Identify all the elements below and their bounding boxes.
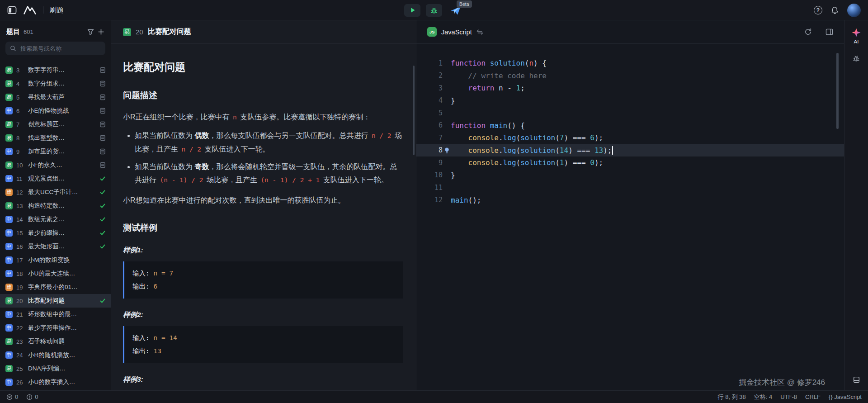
error-count[interactable]: 0 [6,394,18,400]
code-text: main(); [451,196,481,204]
topbar: 刷题 Beta ? [0,0,868,20]
problem-list-item[interactable]: 易20比赛配对问题 [0,294,111,308]
code-line[interactable]: 6function main() { [416,119,844,132]
search-input[interactable] [19,45,101,52]
problem-list-item[interactable]: 中15最少前缀操… [0,226,111,240]
add-plus-icon[interactable] [98,28,104,35]
switch-language-icon[interactable] [476,29,483,35]
difficulty-badge: 中 [5,148,13,155]
code-line[interactable]: 1function solution(n) { [416,57,844,70]
problem-list-item[interactable]: 易23石子移动问题 [0,335,111,348]
indent-setting[interactable]: 空格: 4 [754,393,772,401]
reset-code-icon[interactable] [804,28,812,36]
warning-count[interactable]: 0 [26,394,38,400]
code-line[interactable]: 2 // write code here [416,70,844,82]
code-line[interactable]: 8 console.log(solution(14) === 13); [416,144,844,157]
problem-list-item[interactable]: 易5寻找最大葫芦 [0,90,111,104]
problem-number: 24 [16,352,24,359]
line-number: 11 [416,184,443,192]
problem-number: 23 [16,338,24,345]
code-text: function solution(n) { [451,59,547,67]
problem-title: 石子移动问题 [28,337,95,346]
problem-list-item[interactable]: 易13构造特定数… [0,199,111,213]
eol-setting[interactable]: CRLF [805,394,821,400]
problem-list-item[interactable]: 中22最少字符串操作… [0,321,111,335]
note-doc-icon [99,108,106,114]
problem-list-item[interactable]: 难19字典序最小的01… [0,280,111,294]
debug-button[interactable] [426,4,442,17]
judge-bug-icon[interactable] [852,54,860,62]
problem-list-item[interactable]: 中11观光景点组… [0,172,111,185]
difficulty-badge: 中 [5,324,13,332]
sidebar-toggle-icon[interactable] [7,6,17,14]
help-icon[interactable]: ? [814,6,822,14]
difficulty-badge: 易 [5,94,13,101]
problem-list-item[interactable]: 中26小U的数字插入… [0,375,111,389]
problem-scrollbar[interactable] [413,66,415,155]
problem-number: 11 [16,175,24,182]
note-doc-icon [99,94,106,100]
code-line[interactable]: 11 [416,181,844,194]
problem-number: 26 [16,379,24,386]
line-number: 12 [416,196,443,204]
lightbulb-icon[interactable] [443,147,451,154]
code-line[interactable]: 4} [416,95,844,107]
line-number: 7 [416,134,443,142]
line-number: 6 [416,121,443,129]
code-line[interactable]: 3 return n - 1; [416,82,844,95]
bell-icon[interactable] [830,6,839,15]
code-line[interactable]: 5 [416,107,844,119]
split-layout-icon[interactable] [826,28,833,35]
ai-sparkle-icon [851,28,861,38]
warning-circle-icon [26,394,33,400]
app-logo-icon[interactable] [23,5,37,15]
problem-panel: 易 20 比赛配对问题 比赛配对问题问题描述小R正在组织一个比赛，比赛中有 n … [111,20,416,390]
cursor-position[interactable]: 行 8, 列 38 [718,393,746,401]
line-number: 8 [416,146,443,154]
solved-check-icon [99,175,106,182]
ai-assistant-button[interactable]: AI [851,28,861,44]
line-number: 10 [416,171,443,179]
problem-title: 最大UCC子串计… [28,188,95,196]
problem-list-item[interactable]: 中17小M的数组变换 [0,253,111,267]
paper-plane-button[interactable]: Beta [448,4,464,17]
code-line[interactable]: 10} [416,169,844,182]
search-box[interactable] [5,42,105,55]
problem-list-item[interactable]: 中14数组元素之… [0,213,111,226]
sidebar: 题目 601 易3数字字符串…易4数字分组求…易5寻找最大葫芦中6小E的怪物挑战… [0,20,111,390]
code-text: // write code here [451,71,547,80]
editor-scrollbar[interactable] [836,53,839,129]
problem-title: 超市里的货… [28,147,95,156]
difficulty-badge: 中 [5,270,13,277]
section-heading: 问题描述 [123,90,403,101]
problem-list-item[interactable]: 难12最大UCC子串计… [0,185,111,199]
run-button[interactable] [404,4,420,17]
problem-list-item[interactable]: 易8找出整型数… [0,131,111,145]
code-text: console.log(solution(14) === 13); [451,146,613,155]
sample-line: 输入: n = 14 [132,332,395,345]
solved-check-icon [99,203,106,209]
problem-list-item[interactable]: 中9超市里的货… [0,145,111,158]
problem-list-item[interactable]: 易4数字分组求… [0,77,111,90]
topbar-center-actions: Beta [404,0,464,20]
difficulty-badge: 易 [5,365,13,372]
problem-list-item[interactable]: 易7创意标题匹… [0,118,111,131]
panel-toggle-icon[interactable] [853,376,860,383]
code-line[interactable]: 7 console.log(solution(7) === 6); [416,132,844,144]
code-line[interactable]: 9 console.log(solution(1) === 0); [416,156,844,169]
problem-list-item[interactable]: 易3数字字符串… [0,63,111,77]
encoding[interactable]: UTF-8 [780,394,797,400]
problem-list-item[interactable]: 中21环形数组中的最… [0,308,111,321]
filter-funnel-icon[interactable] [87,29,94,35]
language-mode[interactable]: {} JavaScript [829,394,862,400]
problem-list-item[interactable]: 中6小E的怪物挑战 [0,104,111,118]
code-line[interactable]: 12main(); [416,194,844,207]
problem-list-item[interactable]: 易10小F的永久… [0,158,111,172]
problem-list-item[interactable]: 易25DNA序列编… [0,362,111,375]
problem-title: 环形数组中的最… [28,310,95,318]
user-avatar[interactable] [847,4,861,17]
problem-list-item[interactable]: 中24小R的随机播放… [0,348,111,362]
problem-list-item[interactable]: 中16最大矩形面… [0,240,111,253]
problem-title: 找出整型数… [28,134,95,142]
problem-list-item[interactable]: 中18小U的最大连续… [0,267,111,280]
